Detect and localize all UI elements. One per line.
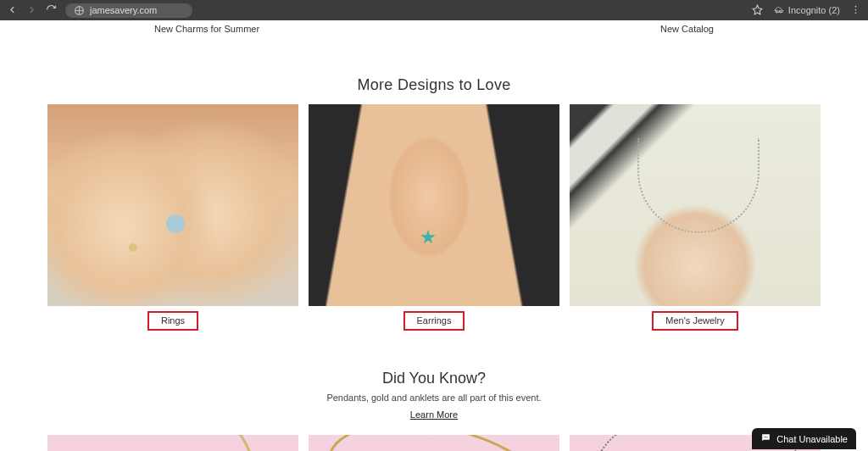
kebab-menu-icon[interactable] [850, 4, 861, 17]
svg-point-3 [855, 5, 857, 7]
link-new-catalog[interactable]: New Catalog [660, 24, 714, 34]
card-mens-jewelry[interactable]: Men's Jewelry [570, 104, 821, 331]
forward-icon[interactable] [26, 4, 37, 17]
url-text: jamesavery.com [90, 5, 157, 15]
svg-point-2 [779, 10, 782, 13]
chat-widget[interactable]: Chat Unavailable [752, 428, 856, 449]
label-mens-jewelry[interactable]: Men's Jewelry [652, 311, 737, 331]
incognito-badge[interactable]: Incognito (2) [773, 5, 840, 16]
reload-icon[interactable] [46, 4, 57, 17]
chat-label: Chat Unavailable [776, 434, 848, 444]
svg-point-7 [765, 437, 766, 437]
label-rings[interactable]: Rings [147, 311, 198, 331]
card-rings[interactable]: Rings [47, 104, 298, 331]
svg-point-6 [765, 437, 765, 437]
image-pendants[interactable] [47, 435, 298, 451]
image-gold[interactable] [309, 435, 559, 451]
learn-more-link[interactable]: Learn More [410, 409, 458, 420]
image-mens-jewelry[interactable] [570, 104, 821, 306]
designs-grid: Rings Earrings Men's Jewelry [44, 104, 824, 331]
star-icon[interactable] [752, 4, 763, 17]
browser-chrome: jamesavery.com Incognito (2) [0, 0, 868, 20]
did-you-know-section: Did You Know? Pendants, gold and anklets… [44, 370, 824, 421]
dyk-subtext: Pendants, gold and anklets are all part … [44, 393, 824, 403]
svg-point-5 [855, 12, 857, 14]
designs-heading: More Designs to Love [44, 76, 824, 94]
address-bar[interactable]: jamesavery.com [65, 3, 192, 18]
image-earrings[interactable] [309, 104, 559, 306]
back-icon[interactable] [7, 4, 18, 17]
page-viewport[interactable]: New Charms for Summer New Catalog More D… [0, 20, 868, 451]
link-new-charms[interactable]: New Charms for Summer [154, 24, 259, 34]
dyk-heading: Did You Know? [44, 370, 824, 387]
label-earrings[interactable]: Earrings [403, 311, 465, 331]
svg-point-8 [767, 437, 768, 437]
secondary-grid [44, 435, 824, 451]
chat-bubble-icon [760, 432, 771, 445]
svg-point-4 [855, 8, 857, 10]
image-rings[interactable] [47, 104, 298, 306]
card-earrings[interactable]: Earrings [309, 104, 559, 331]
top-promo-links: New Charms for Summer New Catalog [44, 20, 824, 42]
